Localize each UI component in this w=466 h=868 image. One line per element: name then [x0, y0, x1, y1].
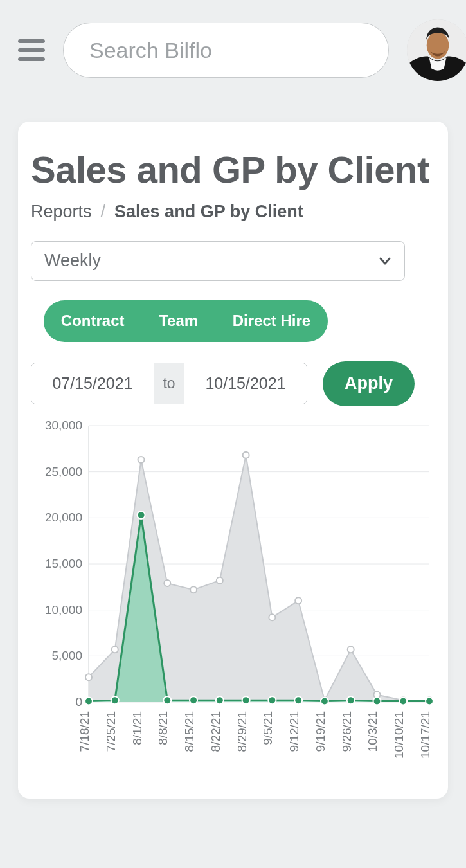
series-gp-point	[163, 696, 171, 704]
series-sales-point	[85, 674, 92, 680]
y-tick-label: 25,000	[45, 464, 82, 478]
x-tick-label: 10/10/21	[392, 711, 406, 759]
breadcrumb-separator: /	[101, 202, 106, 222]
date-range: to	[31, 363, 307, 404]
x-tick-label: 8/1/21	[130, 711, 144, 745]
series-sales-point	[112, 646, 118, 653]
series-sales-point	[269, 614, 275, 620]
y-tick-label: 5,000	[51, 649, 82, 662]
hamburger-menu-icon[interactable]	[18, 35, 45, 65]
search-input[interactable]	[63, 23, 389, 78]
series-gp-point	[242, 696, 250, 704]
pill-contract[interactable]: Contract	[57, 308, 129, 334]
x-tick-label: 9/26/21	[340, 711, 354, 752]
y-tick-label: 15,000	[45, 557, 82, 570]
series-gp-point	[268, 696, 276, 704]
x-tick-label: 9/5/21	[261, 711, 274, 745]
x-tick-label: 7/18/21	[78, 711, 91, 752]
report-card: Sales and GP by Client Reports / Sales a…	[18, 122, 448, 799]
series-sales-point	[217, 577, 223, 583]
series-gp-point	[138, 511, 145, 519]
series-gp-point	[426, 697, 433, 705]
date-to-input[interactable]	[184, 363, 307, 404]
date-to-label: to	[154, 363, 184, 404]
series-gp-point	[399, 697, 407, 705]
x-tick-label: 9/12/21	[287, 711, 301, 752]
date-from-input[interactable]	[31, 363, 154, 404]
chevron-down-icon	[379, 255, 391, 267]
granularity-value: Weekly	[44, 251, 101, 271]
series-gp-point	[321, 697, 328, 705]
series-sales-point	[295, 597, 301, 604]
x-tick-label: 10/17/21	[418, 711, 432, 759]
pill-team[interactable]: Team	[155, 308, 202, 334]
y-tick-label: 30,000	[45, 419, 82, 432]
avatar[interactable]	[407, 19, 466, 81]
y-tick-label: 10,000	[45, 602, 82, 616]
y-tick-label: 20,000	[45, 511, 82, 524]
x-tick-label: 8/8/21	[156, 711, 170, 745]
series-gp-point	[190, 696, 197, 704]
series-gp-point	[373, 697, 381, 705]
y-tick-label: 0	[75, 695, 82, 709]
series-gp-point	[111, 696, 119, 704]
series-sales-point	[190, 586, 197, 593]
breadcrumb: Reports / Sales and GP by Client	[31, 202, 435, 222]
breadcrumb-root[interactable]: Reports	[31, 202, 92, 222]
x-tick-label: 8/29/21	[235, 711, 249, 752]
series-sales-point	[138, 457, 145, 463]
page-title: Sales and GP by Client	[31, 150, 435, 190]
x-tick-label: 9/19/21	[314, 711, 327, 752]
series-gp-point	[294, 696, 302, 704]
apply-button[interactable]: Apply	[323, 361, 415, 406]
x-tick-label: 7/25/21	[104, 711, 118, 752]
breadcrumb-current: Sales and GP by Client	[114, 202, 303, 222]
x-tick-label: 8/15/21	[183, 711, 196, 752]
x-tick-label: 10/3/21	[366, 711, 379, 752]
sales-gp-chart: 05,00010,00015,00020,00025,00030,0007/18…	[31, 419, 435, 779]
x-tick-label: 8/22/21	[209, 711, 222, 752]
series-sales-point	[348, 646, 354, 653]
granularity-select[interactable]: Weekly	[31, 241, 405, 281]
series-gp-point	[216, 696, 224, 704]
type-filter-pills: Contract Team Direct Hire	[44, 300, 328, 342]
series-gp-point	[85, 697, 93, 705]
series-sales-point	[164, 580, 170, 586]
series-sales-point	[243, 451, 249, 458]
series-gp-point	[347, 696, 355, 704]
pill-direct-hire[interactable]: Direct Hire	[229, 308, 314, 334]
